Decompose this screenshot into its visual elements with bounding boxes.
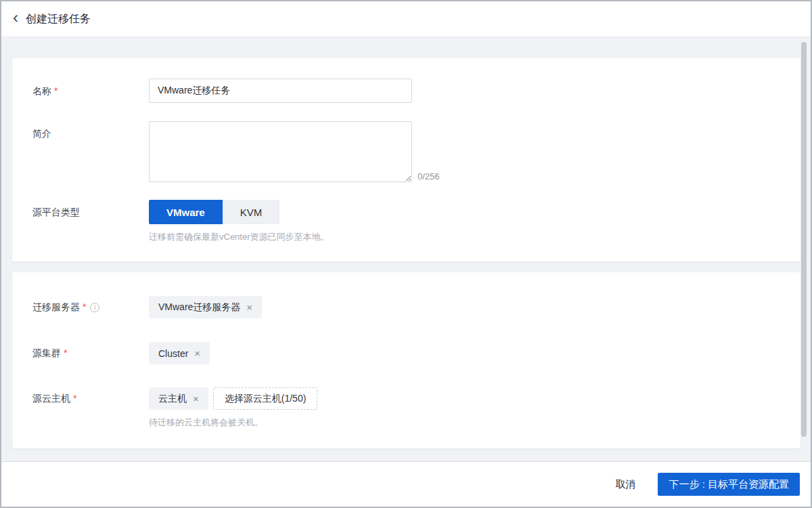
description-label: 简介	[12, 121, 149, 140]
remove-tag-icon[interactable]: ×	[193, 394, 199, 404]
source-host-hint: 待迁移的云主机将会被关机。	[149, 417, 263, 429]
tag-label: VMware迁移服务器	[158, 301, 240, 314]
basic-info-card: 名称* 简介 0/256 源平台类型 VMware KVM 迁移前需确	[12, 58, 800, 261]
back-icon[interactable]: ‹	[13, 11, 18, 27]
vertical-scrollbar-thumb[interactable]	[801, 42, 807, 437]
next-step-button[interactable]: 下一步 : 目标平台资源配置	[658, 473, 800, 496]
page-header: ‹ 创建迁移任务	[1, 1, 811, 37]
migration-server-tag: VMware迁移服务器 ×	[149, 296, 262, 318]
source-selection-card: 迁移服务器*i VMware迁移服务器 × 源集群* Cluster × 源云主…	[12, 272, 800, 448]
source-cluster-tag: Cluster ×	[149, 342, 210, 364]
remove-tag-icon[interactable]: ×	[246, 302, 252, 312]
required-marker: *	[73, 387, 76, 410]
tag-label: Cluster	[158, 348, 188, 359]
select-source-host-button[interactable]: 选择源云主机(1/50)	[213, 387, 318, 410]
create-migration-task-page: ‹ 创建迁移任务 名称* 简介 0/256 源平台类型 VMware	[0, 0, 812, 508]
remove-tag-icon[interactable]: ×	[194, 348, 200, 358]
description-textarea[interactable]	[149, 121, 412, 182]
name-input[interactable]	[149, 79, 412, 103]
platform-type-toggle: VMware KVM	[149, 200, 279, 224]
required-marker: *	[64, 342, 67, 364]
char-counter: 0/256	[418, 171, 440, 182]
source-host-tag: 云主机 ×	[149, 387, 208, 410]
platform-type-label: 源平台类型	[12, 200, 149, 224]
source-cluster-label: 源集群*	[12, 342, 149, 364]
required-marker: *	[83, 296, 86, 318]
source-host-label: 源云主机*	[12, 387, 149, 410]
info-icon[interactable]: i	[90, 303, 99, 312]
required-marker: *	[54, 79, 58, 103]
migration-server-label: 迁移服务器*i	[12, 296, 149, 318]
platform-option-kvm[interactable]: KVM	[223, 200, 280, 224]
cancel-button[interactable]: 取消	[615, 478, 635, 491]
platform-hint: 迁移前需确保最新vCenter资源已同步至本地。	[149, 231, 330, 243]
name-label: 名称*	[12, 79, 149, 103]
platform-option-vmware[interactable]: VMware	[149, 200, 223, 224]
tag-label: 云主机	[158, 393, 187, 405]
page-title: 创建迁移任务	[26, 12, 91, 26]
page-footer: 取消 下一步 : 目标平台资源配置	[1, 461, 811, 507]
